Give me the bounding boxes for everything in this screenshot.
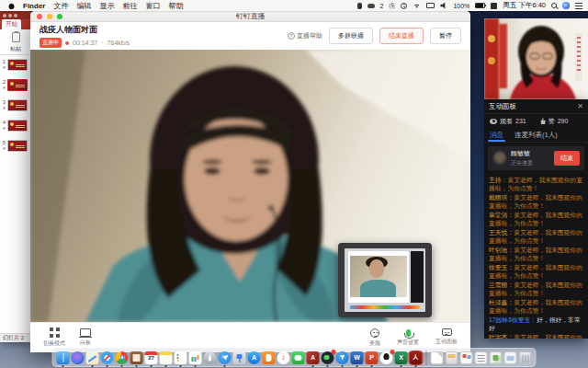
slide-1-preview[interactable]	[7, 59, 28, 71]
reminders-dock-icon[interactable]	[175, 351, 187, 364]
calendar-dock-icon[interactable]: 27	[145, 351, 158, 364]
notification-center-icon[interactable]	[575, 3, 582, 9]
acrobat-dock-icon[interactable]: 人	[410, 351, 423, 364]
guest-video-illustration	[484, 18, 588, 99]
slide-thumbnail-4[interactable]: 4★	[1, 120, 29, 132]
file-preview-dock-icon[interactable]	[446, 351, 458, 364]
chat-message: 主持：黄艾老师，我来围观你的直播啦，为你点赞！	[489, 176, 583, 192]
panel-close-icon[interactable]: ✕	[577, 103, 583, 110]
slide-thumbnail-3[interactable]: 3★	[1, 99, 29, 111]
menu-clock[interactable]: 周五 下午6:40	[503, 1, 546, 10]
slide-3-preview[interactable]	[7, 99, 28, 111]
wecom-dock-icon[interactable]	[292, 351, 305, 364]
switch-mode-button[interactable]: 切换模式	[43, 328, 65, 348]
paste-icon[interactable]	[12, 32, 20, 42]
whiteboard-button[interactable]: 白板	[80, 328, 91, 347]
file-preview-dock-icon[interactable]	[504, 351, 517, 364]
mini-video	[350, 256, 407, 297]
powerpoint-window[interactable]: 开始 粘贴 1★ 2★ 3★ 4★ 5★ 幻灯片 2	[0, 11, 31, 342]
slide-4-preview[interactable]	[7, 120, 28, 132]
slide-2-preview[interactable]	[7, 79, 28, 91]
numbers-dock-icon[interactable]	[189, 351, 202, 364]
autocad-dock-icon[interactable]: A	[307, 351, 320, 364]
music-dock-icon[interactable]: ♪	[277, 351, 290, 364]
status-circle-icon[interactable]: 1	[401, 3, 407, 9]
spotlight-search-icon[interactable]	[551, 3, 557, 8]
slide-thumbnail-2[interactable]: 2★	[1, 79, 29, 91]
chrome-dock-icon[interactable]	[116, 351, 129, 364]
beauty-filter-button[interactable]: 美颜	[369, 328, 380, 348]
animation-star-icon: ★	[1, 105, 7, 110]
end-mic-button[interactable]: 结束	[554, 151, 580, 166]
end-live-button[interactable]: 结束直播	[379, 28, 424, 44]
multi-group-broadcast-button[interactable]: 多群联播	[329, 28, 373, 44]
display-mirroring-icon[interactable]	[426, 3, 435, 8]
ppt-status-bar: 幻灯片 2	[0, 333, 31, 342]
status-mic-icon[interactable]	[357, 3, 362, 9]
chat-message-list[interactable]: 主持：黄艾老师，我来围观你的直播啦，为你点赞！ 戴丽琪：黄艾老师，我来围观你的直…	[484, 172, 588, 339]
menu-item-help[interactable]: 帮助	[168, 1, 183, 11]
trash-dock-icon[interactable]	[519, 351, 532, 364]
ppt-zoom-button[interactable]	[14, 14, 17, 17]
document-dock-icon[interactable]	[431, 351, 444, 364]
apple-menu-icon[interactable]	[8, 2, 15, 9]
books-dock-icon[interactable]	[263, 351, 276, 364]
menu-item-file[interactable]: 文件	[53, 1, 68, 11]
screen-share-preview-window[interactable]	[338, 243, 432, 317]
finder-dock-icon[interactable]	[57, 351, 70, 364]
remote-guest-video[interactable]	[484, 18, 588, 99]
file-preview-dock-icon[interactable]	[460, 351, 473, 364]
status-cloud-icon[interactable]	[368, 4, 375, 8]
ppt-close-button[interactable]	[3, 14, 6, 17]
chat-message: 戴丽琪：黄艾老师，我来围观你的直播啦，为你点赞！	[489, 193, 583, 210]
siri-icon[interactable]	[562, 2, 570, 9]
window-titlebar[interactable]: 钉钉直播	[30, 11, 470, 22]
file-preview-dock-icon[interactable]	[490, 351, 503, 364]
status-app-icon[interactable]	[491, 3, 497, 9]
qq-dock-icon[interactable]	[380, 351, 393, 364]
volume-icon[interactable]	[440, 3, 447, 9]
microphone-icon	[406, 329, 411, 337]
keynote-dock-icon[interactable]	[233, 351, 246, 364]
mini-dock	[350, 305, 420, 309]
animation-star-icon: ★	[1, 64, 7, 70]
wechat-dock-icon[interactable]	[322, 351, 334, 364]
pause-button[interactable]: 暂停	[430, 28, 461, 44]
app-store-dock-icon[interactable]: A	[248, 351, 261, 364]
live-title: 战疫人物面对面	[40, 24, 130, 36]
file-preview-dock-icon[interactable]	[475, 351, 488, 364]
menu-item-go[interactable]: 前往	[122, 1, 137, 11]
slide-thumbnail-5[interactable]: 5★	[1, 140, 29, 152]
battery-percent: 100%	[453, 3, 469, 9]
word-dock-icon[interactable]: W	[351, 351, 364, 364]
menu-item-edit[interactable]: 编辑	[76, 1, 91, 11]
tab-mic-list[interactable]: 连麦列表(1人)	[514, 128, 558, 142]
excel-dock-icon[interactable]: X	[395, 351, 408, 364]
ppt-tab-home[interactable]: 开始	[2, 19, 21, 29]
chat-message: 章堂清：黄艾老师，我来围观你的直播啦，为你点赞！	[489, 211, 583, 227]
ppt-minimize-button[interactable]	[8, 14, 12, 17]
ppt-slide-panel[interactable]: 1★ 2★ 3★ 4★ 5★	[0, 55, 31, 152]
powerpoint-titlebar	[0, 11, 31, 19]
maps-dock-icon[interactable]	[86, 351, 99, 364]
menu-item-finder[interactable]: Finder	[23, 2, 45, 10]
status-fan-icon[interactable]	[389, 3, 395, 9]
menu-item-view[interactable]: 显示	[99, 1, 114, 11]
siri-dock-icon[interactable]	[72, 351, 85, 364]
tab-messages[interactable]: 消息	[490, 128, 503, 142]
thunder-dock-icon[interactable]	[336, 351, 349, 364]
live-help-link[interactable]: ? 直播帮助	[288, 31, 322, 40]
powerpoint-dock-icon[interactable]: P	[366, 351, 379, 364]
sound-settings-button[interactable]: 声音设置	[397, 328, 419, 348]
wifi-icon[interactable]	[413, 3, 421, 9]
interactive-panel-button[interactable]: 互动面板	[435, 328, 458, 348]
live-bitrate: 764kb/s	[107, 40, 130, 46]
menu-item-window[interactable]: 窗口	[145, 1, 160, 11]
notes-dock-icon[interactable]	[160, 351, 173, 364]
safari-dock-icon[interactable]	[101, 351, 114, 364]
dingtalk-dock-icon[interactable]	[219, 351, 232, 364]
launchpad-dock-icon[interactable]	[204, 351, 217, 364]
dictionary-dock-icon[interactable]	[130, 351, 143, 364]
slide-thumbnail-1[interactable]: 1★	[1, 59, 29, 71]
slide-5-preview[interactable]	[7, 140, 28, 152]
